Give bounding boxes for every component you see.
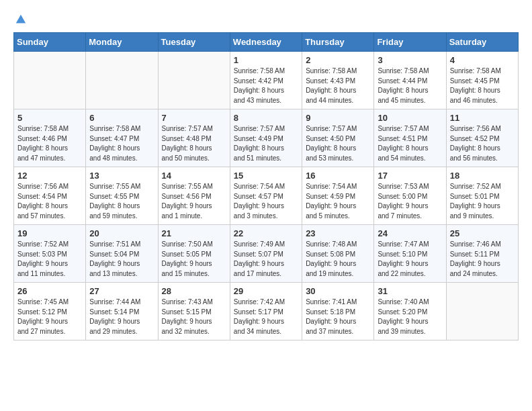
calendar-cell: 13Sunrise: 7:55 AM Sunset: 4:55 PM Dayli… — [86, 167, 158, 225]
calendar-cell: 4Sunrise: 7:58 AM Sunset: 4:45 PM Daylig… — [446, 52, 518, 109]
weekday-header-row: SundayMondayTuesdayWednesdayThursdayFrid… — [14, 33, 519, 52]
calendar-cell — [158, 52, 230, 109]
day-info: Sunrise: 7:43 AM Sunset: 5:15 PM Dayligh… — [162, 298, 226, 336]
day-number: 21 — [162, 228, 226, 238]
calendar-cell: 3Sunrise: 7:58 AM Sunset: 4:44 PM Daylig… — [374, 52, 446, 109]
day-info: Sunrise: 7:57 AM Sunset: 4:51 PM Dayligh… — [378, 124, 442, 163]
weekday-monday: Monday — [86, 33, 158, 52]
day-info: Sunrise: 7:57 AM Sunset: 4:49 PM Dayligh… — [234, 124, 298, 163]
day-number: 6 — [89, 113, 154, 123]
day-number: 26 — [17, 286, 82, 296]
day-info: Sunrise: 7:58 AM Sunset: 4:45 PM Dayligh… — [450, 66, 515, 105]
calendar-cell: 19Sunrise: 7:52 AM Sunset: 5:03 PM Dayli… — [14, 225, 86, 283]
calendar-week-3: 12Sunrise: 7:56 AM Sunset: 4:54 PM Dayli… — [14, 167, 519, 225]
weekday-friday: Friday — [374, 33, 446, 52]
calendar-week-4: 19Sunrise: 7:52 AM Sunset: 5:03 PM Dayli… — [14, 225, 519, 283]
calendar-cell — [14, 52, 86, 109]
day-info: Sunrise: 7:55 AM Sunset: 4:56 PM Dayligh… — [162, 182, 226, 221]
calendar-cell: 28Sunrise: 7:43 AM Sunset: 5:15 PM Dayli… — [158, 283, 230, 340]
calendar-cell: 6Sunrise: 7:58 AM Sunset: 4:47 PM Daylig… — [86, 109, 158, 167]
calendar-cell: 8Sunrise: 7:57 AM Sunset: 4:49 PM Daylig… — [230, 109, 302, 167]
day-number: 27 — [89, 286, 154, 296]
day-number: 20 — [89, 228, 154, 238]
calendar-cell: 16Sunrise: 7:54 AM Sunset: 4:59 PM Dayli… — [302, 167, 374, 225]
logo — [13, 13, 28, 26]
calendar-table: SundayMondayTuesdayWednesdayThursdayFrid… — [13, 32, 519, 340]
day-info: Sunrise: 7:58 AM Sunset: 4:47 PM Dayligh… — [89, 124, 154, 163]
calendar-cell: 26Sunrise: 7:45 AM Sunset: 5:12 PM Dayli… — [14, 283, 86, 340]
day-info: Sunrise: 7:50 AM Sunset: 5:05 PM Dayligh… — [162, 240, 226, 279]
day-info: Sunrise: 7:58 AM Sunset: 4:46 PM Dayligh… — [17, 124, 82, 163]
day-info: Sunrise: 7:40 AM Sunset: 5:20 PM Dayligh… — [378, 298, 442, 336]
day-number: 5 — [17, 113, 82, 123]
day-number: 9 — [306, 113, 370, 123]
day-info: Sunrise: 7:56 AM Sunset: 4:54 PM Dayligh… — [17, 182, 82, 221]
day-info: Sunrise: 7:55 AM Sunset: 4:55 PM Dayligh… — [89, 182, 154, 221]
day-number: 16 — [306, 171, 370, 181]
day-number: 1 — [234, 55, 298, 65]
calendar-week-5: 26Sunrise: 7:45 AM Sunset: 5:12 PM Dayli… — [14, 283, 519, 340]
calendar-cell: 21Sunrise: 7:50 AM Sunset: 5:05 PM Dayli… — [158, 225, 230, 283]
day-number: 13 — [89, 171, 154, 181]
calendar-week-1: 1Sunrise: 7:58 AM Sunset: 4:42 PM Daylig… — [14, 52, 519, 109]
calendar-cell: 20Sunrise: 7:51 AM Sunset: 5:04 PM Dayli… — [86, 225, 158, 283]
day-info: Sunrise: 7:57 AM Sunset: 4:48 PM Dayligh… — [162, 124, 226, 163]
weekday-saturday: Saturday — [446, 33, 518, 52]
day-number: 30 — [306, 286, 370, 296]
day-number: 29 — [234, 286, 298, 296]
calendar-cell: 27Sunrise: 7:44 AM Sunset: 5:14 PM Dayli… — [86, 283, 158, 340]
day-info: Sunrise: 7:42 AM Sunset: 5:17 PM Dayligh… — [234, 298, 298, 336]
calendar-cell: 30Sunrise: 7:41 AM Sunset: 5:18 PM Dayli… — [302, 283, 374, 340]
calendar-header: SundayMondayTuesdayWednesdayThursdayFrid… — [14, 33, 519, 52]
day-number: 28 — [162, 286, 226, 296]
day-number: 15 — [234, 171, 298, 181]
day-number: 10 — [378, 113, 442, 123]
day-info: Sunrise: 7:54 AM Sunset: 4:57 PM Dayligh… — [234, 182, 298, 221]
day-info: Sunrise: 7:54 AM Sunset: 4:59 PM Dayligh… — [306, 182, 370, 221]
day-info: Sunrise: 7:49 AM Sunset: 5:07 PM Dayligh… — [234, 240, 298, 279]
day-number: 23 — [306, 228, 370, 238]
calendar-cell: 12Sunrise: 7:56 AM Sunset: 4:54 PM Dayli… — [14, 167, 86, 225]
calendar-cell: 31Sunrise: 7:40 AM Sunset: 5:20 PM Dayli… — [374, 283, 446, 340]
svg-marker-0 — [16, 15, 26, 24]
logo-icon — [15, 13, 27, 26]
day-info: Sunrise: 7:58 AM Sunset: 4:43 PM Dayligh… — [306, 66, 370, 105]
calendar-cell: 23Sunrise: 7:48 AM Sunset: 5:08 PM Dayli… — [302, 225, 374, 283]
calendar-body: 1Sunrise: 7:58 AM Sunset: 4:42 PM Daylig… — [14, 52, 519, 340]
day-number: 25 — [450, 228, 515, 238]
calendar-cell: 11Sunrise: 7:56 AM Sunset: 4:52 PM Dayli… — [446, 109, 518, 167]
weekday-tuesday: Tuesday — [158, 33, 230, 52]
day-info: Sunrise: 7:44 AM Sunset: 5:14 PM Dayligh… — [89, 298, 154, 336]
calendar-week-2: 5Sunrise: 7:58 AM Sunset: 4:46 PM Daylig… — [14, 109, 519, 167]
day-number: 22 — [234, 228, 298, 238]
day-info: Sunrise: 7:58 AM Sunset: 4:42 PM Dayligh… — [234, 66, 298, 105]
day-info: Sunrise: 7:51 AM Sunset: 5:04 PM Dayligh… — [89, 240, 154, 279]
day-number: 7 — [162, 113, 226, 123]
day-info: Sunrise: 7:48 AM Sunset: 5:08 PM Dayligh… — [306, 240, 370, 279]
day-number: 19 — [17, 228, 82, 238]
day-info: Sunrise: 7:56 AM Sunset: 4:52 PM Dayligh… — [450, 124, 515, 163]
day-number: 12 — [17, 171, 82, 181]
day-number: 2 — [306, 55, 370, 65]
day-number: 4 — [450, 55, 515, 65]
calendar-cell: 29Sunrise: 7:42 AM Sunset: 5:17 PM Dayli… — [230, 283, 302, 340]
day-number: 3 — [378, 55, 442, 65]
page-header — [13, 13, 519, 26]
day-info: Sunrise: 7:53 AM Sunset: 5:00 PM Dayligh… — [378, 182, 442, 221]
day-number: 18 — [450, 171, 515, 181]
calendar-cell: 17Sunrise: 7:53 AM Sunset: 5:00 PM Dayli… — [374, 167, 446, 225]
calendar-cell: 7Sunrise: 7:57 AM Sunset: 4:48 PM Daylig… — [158, 109, 230, 167]
calendar-cell: 14Sunrise: 7:55 AM Sunset: 4:56 PM Dayli… — [158, 167, 230, 225]
day-info: Sunrise: 7:57 AM Sunset: 4:50 PM Dayligh… — [306, 124, 370, 163]
calendar-cell — [86, 52, 158, 109]
day-info: Sunrise: 7:47 AM Sunset: 5:10 PM Dayligh… — [378, 240, 442, 279]
day-info: Sunrise: 7:41 AM Sunset: 5:18 PM Dayligh… — [306, 298, 370, 336]
weekday-sunday: Sunday — [14, 33, 86, 52]
day-info: Sunrise: 7:52 AM Sunset: 5:03 PM Dayligh… — [17, 240, 82, 279]
day-number: 14 — [162, 171, 226, 181]
calendar-cell: 9Sunrise: 7:57 AM Sunset: 4:50 PM Daylig… — [302, 109, 374, 167]
day-info: Sunrise: 7:58 AM Sunset: 4:44 PM Dayligh… — [378, 66, 442, 105]
day-info: Sunrise: 7:52 AM Sunset: 5:01 PM Dayligh… — [450, 182, 515, 221]
calendar-cell: 5Sunrise: 7:58 AM Sunset: 4:46 PM Daylig… — [14, 109, 86, 167]
calendar-cell: 18Sunrise: 7:52 AM Sunset: 5:01 PM Dayli… — [446, 167, 518, 225]
